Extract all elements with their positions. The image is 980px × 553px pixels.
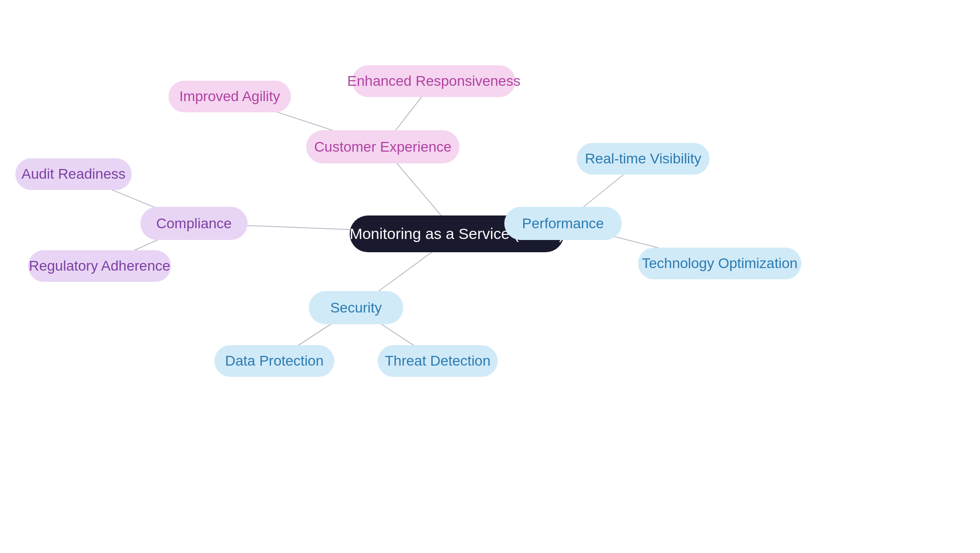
audit-readiness-node: Audit Readiness	[15, 158, 132, 190]
data-protection-label: Data Protection	[225, 353, 324, 369]
realtime-visibility-node: Real-time Visibility	[577, 143, 709, 175]
regulatory-adherence-node: Regulatory Adherence	[28, 250, 171, 282]
enhanced-responsiveness-label: Enhanced Responsiveness	[347, 73, 520, 89]
audit-readiness-label: Audit Readiness	[21, 166, 126, 182]
realtime-visibility-label: Real-time Visibility	[585, 151, 701, 167]
threat-detection-label: Threat Detection	[385, 353, 491, 369]
technology-optimization-label: Technology Optimization	[642, 255, 797, 272]
enhanced-responsiveness-node: Enhanced Responsiveness	[352, 65, 516, 97]
compliance-label: Compliance	[156, 215, 232, 232]
improved-agility-node: Improved Agility	[168, 81, 291, 112]
data-protection-node: Data Protection	[214, 345, 334, 377]
security-label: Security	[330, 300, 382, 316]
threat-detection-node: Threat Detection	[378, 345, 498, 377]
regulatory-adherence-label: Regulatory Adherence	[29, 258, 170, 274]
technology-optimization-node: Technology Optimization	[638, 248, 801, 279]
compliance-node: Compliance	[140, 207, 248, 240]
improved-agility-label: Improved Agility	[179, 88, 280, 105]
security-node: Security	[309, 291, 403, 324]
performance-node: Performance	[504, 207, 622, 240]
customer-experience-label: Customer Experience	[314, 139, 451, 155]
customer-experience-node: Customer Experience	[306, 130, 459, 163]
performance-label: Performance	[522, 215, 604, 232]
